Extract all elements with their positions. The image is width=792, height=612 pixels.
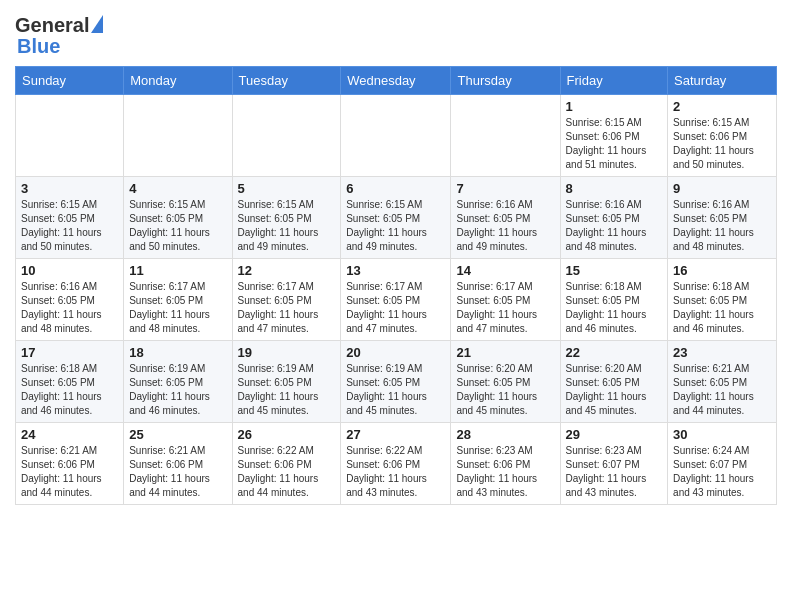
calendar-cell: 13Sunrise: 6:17 AM Sunset: 6:05 PM Dayli…: [341, 259, 451, 341]
calendar-cell: 16Sunrise: 6:18 AM Sunset: 6:05 PM Dayli…: [668, 259, 777, 341]
calendar-cell: 10Sunrise: 6:16 AM Sunset: 6:05 PM Dayli…: [16, 259, 124, 341]
calendar: SundayMondayTuesdayWednesdayThursdayFrid…: [15, 66, 777, 505]
day-number: 20: [346, 345, 445, 360]
calendar-cell: 23Sunrise: 6:21 AM Sunset: 6:05 PM Dayli…: [668, 341, 777, 423]
day-number: 8: [566, 181, 663, 196]
calendar-cell: 9Sunrise: 6:16 AM Sunset: 6:05 PM Daylig…: [668, 177, 777, 259]
day-number: 16: [673, 263, 771, 278]
day-info: Sunrise: 6:17 AM Sunset: 6:05 PM Dayligh…: [238, 280, 336, 336]
day-info: Sunrise: 6:17 AM Sunset: 6:05 PM Dayligh…: [129, 280, 226, 336]
day-number: 12: [238, 263, 336, 278]
day-number: 27: [346, 427, 445, 442]
day-info: Sunrise: 6:18 AM Sunset: 6:05 PM Dayligh…: [21, 362, 118, 418]
day-number: 10: [21, 263, 118, 278]
day-number: 4: [129, 181, 226, 196]
day-info: Sunrise: 6:19 AM Sunset: 6:05 PM Dayligh…: [346, 362, 445, 418]
day-number: 6: [346, 181, 445, 196]
day-info: Sunrise: 6:21 AM Sunset: 6:06 PM Dayligh…: [21, 444, 118, 500]
calendar-cell: 29Sunrise: 6:23 AM Sunset: 6:07 PM Dayli…: [560, 423, 668, 505]
logo: General Blue: [15, 10, 103, 58]
calendar-row-1: 3Sunrise: 6:15 AM Sunset: 6:05 PM Daylig…: [16, 177, 777, 259]
header: General Blue: [15, 10, 777, 58]
calendar-cell: 17Sunrise: 6:18 AM Sunset: 6:05 PM Dayli…: [16, 341, 124, 423]
calendar-row-3: 17Sunrise: 6:18 AM Sunset: 6:05 PM Dayli…: [16, 341, 777, 423]
day-number: 1: [566, 99, 663, 114]
day-number: 3: [21, 181, 118, 196]
day-info: Sunrise: 6:16 AM Sunset: 6:05 PM Dayligh…: [456, 198, 554, 254]
calendar-cell: [16, 95, 124, 177]
day-info: Sunrise: 6:18 AM Sunset: 6:05 PM Dayligh…: [673, 280, 771, 336]
calendar-cell: 19Sunrise: 6:19 AM Sunset: 6:05 PM Dayli…: [232, 341, 341, 423]
calendar-cell: 1Sunrise: 6:15 AM Sunset: 6:06 PM Daylig…: [560, 95, 668, 177]
calendar-row-0: 1Sunrise: 6:15 AM Sunset: 6:06 PM Daylig…: [16, 95, 777, 177]
day-info: Sunrise: 6:17 AM Sunset: 6:05 PM Dayligh…: [346, 280, 445, 336]
day-info: Sunrise: 6:17 AM Sunset: 6:05 PM Dayligh…: [456, 280, 554, 336]
calendar-cell: 7Sunrise: 6:16 AM Sunset: 6:05 PM Daylig…: [451, 177, 560, 259]
day-number: 9: [673, 181, 771, 196]
day-info: Sunrise: 6:23 AM Sunset: 6:07 PM Dayligh…: [566, 444, 663, 500]
calendar-cell: 25Sunrise: 6:21 AM Sunset: 6:06 PM Dayli…: [124, 423, 232, 505]
day-info: Sunrise: 6:24 AM Sunset: 6:07 PM Dayligh…: [673, 444, 771, 500]
day-info: Sunrise: 6:16 AM Sunset: 6:05 PM Dayligh…: [673, 198, 771, 254]
calendar-cell: 4Sunrise: 6:15 AM Sunset: 6:05 PM Daylig…: [124, 177, 232, 259]
day-info: Sunrise: 6:23 AM Sunset: 6:06 PM Dayligh…: [456, 444, 554, 500]
calendar-cell: 27Sunrise: 6:22 AM Sunset: 6:06 PM Dayli…: [341, 423, 451, 505]
day-info: Sunrise: 6:19 AM Sunset: 6:05 PM Dayligh…: [129, 362, 226, 418]
calendar-cell: [124, 95, 232, 177]
day-info: Sunrise: 6:22 AM Sunset: 6:06 PM Dayligh…: [346, 444, 445, 500]
calendar-cell: 12Sunrise: 6:17 AM Sunset: 6:05 PM Dayli…: [232, 259, 341, 341]
calendar-cell: 5Sunrise: 6:15 AM Sunset: 6:05 PM Daylig…: [232, 177, 341, 259]
calendar-cell: 8Sunrise: 6:16 AM Sunset: 6:05 PM Daylig…: [560, 177, 668, 259]
day-number: 7: [456, 181, 554, 196]
day-info: Sunrise: 6:15 AM Sunset: 6:06 PM Dayligh…: [566, 116, 663, 172]
weekday-header-sunday: Sunday: [16, 67, 124, 95]
calendar-cell: 30Sunrise: 6:24 AM Sunset: 6:07 PM Dayli…: [668, 423, 777, 505]
calendar-cell: 6Sunrise: 6:15 AM Sunset: 6:05 PM Daylig…: [341, 177, 451, 259]
weekday-header-tuesday: Tuesday: [232, 67, 341, 95]
logo-triangle-icon: [91, 15, 103, 33]
weekday-header-row: SundayMondayTuesdayWednesdayThursdayFrid…: [16, 67, 777, 95]
calendar-cell: 26Sunrise: 6:22 AM Sunset: 6:06 PM Dayli…: [232, 423, 341, 505]
day-info: Sunrise: 6:18 AM Sunset: 6:05 PM Dayligh…: [566, 280, 663, 336]
calendar-cell: 21Sunrise: 6:20 AM Sunset: 6:05 PM Dayli…: [451, 341, 560, 423]
day-number: 21: [456, 345, 554, 360]
day-info: Sunrise: 6:21 AM Sunset: 6:06 PM Dayligh…: [129, 444, 226, 500]
calendar-cell: 11Sunrise: 6:17 AM Sunset: 6:05 PM Dayli…: [124, 259, 232, 341]
day-number: 22: [566, 345, 663, 360]
day-info: Sunrise: 6:16 AM Sunset: 6:05 PM Dayligh…: [566, 198, 663, 254]
day-info: Sunrise: 6:15 AM Sunset: 6:05 PM Dayligh…: [21, 198, 118, 254]
weekday-header-friday: Friday: [560, 67, 668, 95]
day-number: 5: [238, 181, 336, 196]
day-number: 30: [673, 427, 771, 442]
calendar-cell: [341, 95, 451, 177]
logo-general-text: General: [15, 15, 89, 35]
day-info: Sunrise: 6:15 AM Sunset: 6:05 PM Dayligh…: [238, 198, 336, 254]
day-number: 26: [238, 427, 336, 442]
day-info: Sunrise: 6:15 AM Sunset: 6:06 PM Dayligh…: [673, 116, 771, 172]
calendar-cell: 2Sunrise: 6:15 AM Sunset: 6:06 PM Daylig…: [668, 95, 777, 177]
calendar-cell: 18Sunrise: 6:19 AM Sunset: 6:05 PM Dayli…: [124, 341, 232, 423]
day-number: 28: [456, 427, 554, 442]
weekday-header-thursday: Thursday: [451, 67, 560, 95]
day-number: 23: [673, 345, 771, 360]
day-number: 15: [566, 263, 663, 278]
day-info: Sunrise: 6:20 AM Sunset: 6:05 PM Dayligh…: [566, 362, 663, 418]
weekday-header-wednesday: Wednesday: [341, 67, 451, 95]
calendar-cell: 22Sunrise: 6:20 AM Sunset: 6:05 PM Dayli…: [560, 341, 668, 423]
day-number: 24: [21, 427, 118, 442]
day-info: Sunrise: 6:15 AM Sunset: 6:05 PM Dayligh…: [346, 198, 445, 254]
day-number: 2: [673, 99, 771, 114]
day-info: Sunrise: 6:16 AM Sunset: 6:05 PM Dayligh…: [21, 280, 118, 336]
day-info: Sunrise: 6:22 AM Sunset: 6:06 PM Dayligh…: [238, 444, 336, 500]
day-info: Sunrise: 6:21 AM Sunset: 6:05 PM Dayligh…: [673, 362, 771, 418]
calendar-cell: 15Sunrise: 6:18 AM Sunset: 6:05 PM Dayli…: [560, 259, 668, 341]
calendar-cell: 20Sunrise: 6:19 AM Sunset: 6:05 PM Dayli…: [341, 341, 451, 423]
day-info: Sunrise: 6:20 AM Sunset: 6:05 PM Dayligh…: [456, 362, 554, 418]
calendar-cell: 14Sunrise: 6:17 AM Sunset: 6:05 PM Dayli…: [451, 259, 560, 341]
page: General Blue SundayMondayTuesdayWednesda…: [0, 0, 792, 520]
day-number: 29: [566, 427, 663, 442]
calendar-cell: [232, 95, 341, 177]
day-number: 13: [346, 263, 445, 278]
calendar-row-2: 10Sunrise: 6:16 AM Sunset: 6:05 PM Dayli…: [16, 259, 777, 341]
weekday-header-saturday: Saturday: [668, 67, 777, 95]
